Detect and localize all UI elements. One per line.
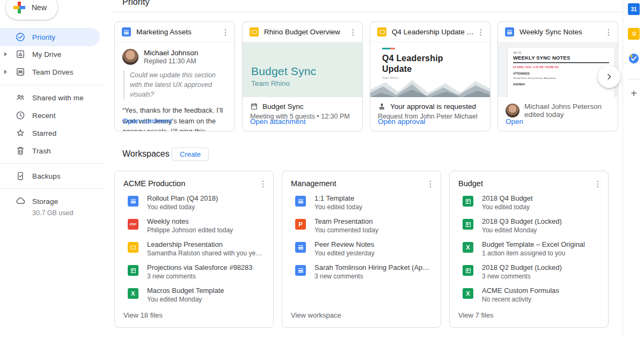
google-apps-side-panel: 31 + <box>623 0 644 338</box>
more-options-icon[interactable]: ⋮ <box>348 28 358 36</box>
file-name: Sarah Tomlinson Hiring Packet (Approved) <box>314 263 432 271</box>
new-button-label: New <box>32 3 47 12</box>
workspace-file-row[interactable]: Projections via Salesforce #98283 3 new … <box>123 263 265 280</box>
my-drive-icon <box>15 49 26 60</box>
backups-device-icon <box>15 171 26 181</box>
workspace-file-row[interactable]: X ACME Custom Formulas No recent activit… <box>458 286 599 303</box>
sidebar-item-label: Priority <box>32 33 55 41</box>
scroll-right-button[interactable] <box>598 65 620 88</box>
workspace-file-row[interactable]: 2018 Q2 Budget (Locked) 3 new comments <box>458 263 599 280</box>
priority-card-marketing-assets[interactable]: Marketing Assets ⋮ Michael Johnson Repli… <box>114 21 235 131</box>
workspace-file-row[interactable]: Leadership Presentation Samantha Ralston… <box>123 240 265 257</box>
file-preview[interactable]: Q4 Leadership Update Team Rhino <box>370 42 490 97</box>
sidebar-item-storage[interactable]: Storage <box>0 192 107 210</box>
sheets-icon <box>463 265 473 276</box>
workspace-file-row[interactable]: Peer Review Notes You edited yesterday <box>291 240 432 257</box>
expand-caret-icon[interactable] <box>4 52 7 56</box>
sidebar-item-team-drives[interactable]: Team Drives <box>0 63 107 81</box>
card-header: Weekly Sync Notes ⋮ <box>498 22 618 42</box>
priority-card-rhino-budget-overview[interactable]: Rhino Budget Overview ⋮ Budget Sync Team… <box>242 21 363 131</box>
sidebar-item-priority[interactable]: Priority <box>0 28 100 46</box>
workspace-file-row[interactable]: X Macros Budget Template You edited Mond… <box>123 286 265 303</box>
sidebar-item-backups[interactable]: Backups <box>0 167 107 185</box>
expand-caret-icon[interactable] <box>4 70 7 74</box>
file-preview[interactable]: Budget Sync Team Rhino <box>243 42 362 97</box>
slides-icon <box>377 27 386 36</box>
workspace-header: Management ⋮ <box>282 171 441 194</box>
workspace-header: Budget ⋮ <box>450 171 608 194</box>
file-name: Team Presentation <box>314 217 432 225</box>
docs-icon <box>295 196 306 207</box>
sidebar-item-trash[interactable]: Trash <box>0 142 107 160</box>
doc-agenda-label: AGENDA <box>513 83 609 86</box>
more-options-icon[interactable]: ⋮ <box>258 180 268 188</box>
docs-icon <box>128 196 138 207</box>
file-meta: Philippe Johnson edited today <box>147 226 265 234</box>
file-meta: You edited Monday <box>482 226 599 234</box>
file-meta: You edited today <box>314 203 432 211</box>
sidebar-divider <box>0 163 105 164</box>
workspace-file-row[interactable]: Rollout Plan (Q4 2018) You edited today <box>123 194 265 211</box>
sidebar-divider <box>0 188 105 189</box>
open-comment-link[interactable]: Open comment <box>122 117 172 125</box>
sidebar-item-shared-with-me[interactable]: Shared with me <box>0 89 107 107</box>
person-name: Michael Johnson <box>144 49 198 57</box>
doc-title: WEEKLY SYNC NOTES <box>513 55 609 63</box>
file-name: Rollout Plan (Q4 2018) <box>147 194 265 202</box>
preview-title: Budget Sync <box>251 65 362 78</box>
open-approval-link[interactable]: Open approval <box>378 117 426 126</box>
calendar-date-badge: 31 <box>631 6 636 12</box>
workspace-file-row[interactable]: P Team Presentation You commented today <box>291 217 432 234</box>
workspace-file-row[interactable]: 2018 Q3 Budget (Locked) You edited Monda… <box>458 217 599 234</box>
calendar-icon <box>250 102 258 111</box>
view-files-link[interactable]: View 18 files <box>123 311 163 319</box>
more-options-icon[interactable]: ⋮ <box>426 180 435 188</box>
workspace-card-budget: Budget ⋮ 2018 Q4 Budget You edited today… <box>449 171 609 328</box>
workspace-file-row[interactable]: X Budget Template – Excel Original 1 act… <box>458 240 599 257</box>
sidebar-item-label: Storage <box>32 197 58 205</box>
person-action: Replied 11:30 AM <box>144 57 198 65</box>
sidebar-item-starred[interactable]: Starred <box>0 124 107 142</box>
more-options-icon[interactable]: ⋮ <box>221 28 230 36</box>
file-name: Weekly notes <box>147 217 265 225</box>
sheets-icon <box>128 265 138 276</box>
workspace-file-row[interactable]: Sarah Tomlinson Hiring Packet (Approved)… <box>291 263 432 280</box>
create-workspace-button[interactable]: Create <box>172 148 209 161</box>
more-options-icon[interactable]: ⋮ <box>476 28 486 36</box>
get-add-ons-icon[interactable]: + <box>628 87 640 99</box>
workspace-header: ACME Production ⋮ <box>115 171 273 194</box>
panel-divider <box>628 79 639 79</box>
slide-accent-dash <box>382 48 395 49</box>
keep-app-icon[interactable] <box>628 28 640 40</box>
sidebar-item-my-drive[interactable]: My Drive <box>0 45 107 63</box>
more-options-icon[interactable]: ⋮ <box>604 28 613 36</box>
slide-title: Q4 Leadership Update <box>382 53 468 75</box>
card-footer: Your approval is requested Request from … <box>370 97 490 131</box>
page-title: Priority <box>122 0 150 7</box>
open-attachment-link[interactable]: Open attachment <box>250 117 306 126</box>
view-files-link[interactable]: View 7 files <box>458 311 494 319</box>
doc-attendees-label: ATTENDEES <box>513 72 609 76</box>
workspace-file-row[interactable]: 2018 Q4 Budget You edited today <box>458 194 599 211</box>
docs-icon <box>295 242 306 253</box>
open-link[interactable]: Open <box>506 117 523 126</box>
new-button[interactable]: New <box>5 0 58 20</box>
workspace-title: Budget <box>458 179 593 188</box>
star-icon <box>15 128 26 138</box>
workspace-card-management: Management ⋮ 1:1 Template You edited tod… <box>282 171 441 328</box>
file-meta: You edited Monday <box>147 296 265 303</box>
priority-card-q4-leadership-update[interactable]: Q4 Leadership Update (Approve… ⋮ Q4 Lead… <box>370 21 491 131</box>
calendar-app-icon[interactable]: 31 <box>628 3 640 15</box>
view-workspace-link[interactable]: View workspace <box>291 311 341 319</box>
workspace-file-row[interactable]: 1:1 Template You edited today <box>291 194 432 211</box>
doc-tag: INK 42 <box>513 52 609 54</box>
sidebar-item-label: Backups <box>32 172 61 180</box>
workspace-file-row[interactable]: PDF Weekly notes Philippe Johnson edited… <box>123 217 265 234</box>
doc-attendees: Wendy Writer, Ronny Reader, Abby Author <box>513 77 609 79</box>
more-options-icon[interactable]: ⋮ <box>593 180 603 188</box>
tasks-app-icon[interactable] <box>628 53 640 64</box>
file-name: 2018 Q3 Budget (Locked) <box>482 217 599 225</box>
card-title: Q4 Leadership Update (Approve… <box>392 28 476 36</box>
file-name: Projections via Salesforce #98283 <box>147 263 265 271</box>
sidebar-item-recent[interactable]: Recent <box>0 106 107 124</box>
